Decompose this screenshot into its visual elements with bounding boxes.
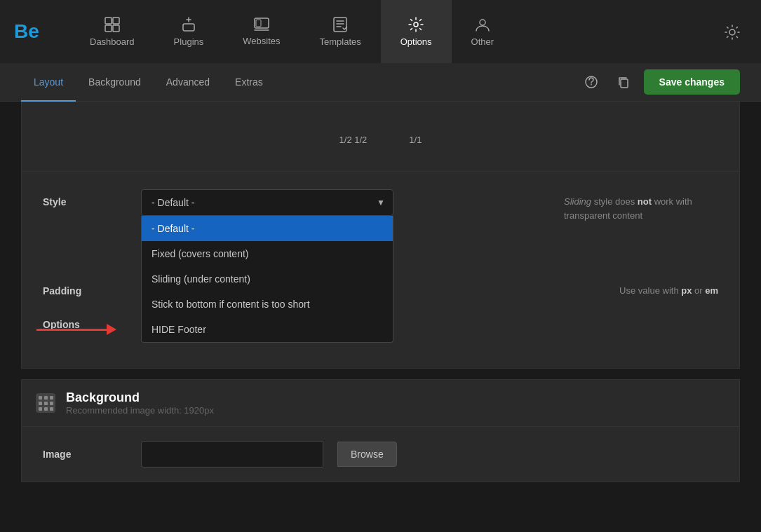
- svg-rect-5: [256, 20, 261, 27]
- padding-hint-bold1: px: [681, 285, 692, 296]
- columns-preview: 1/2 1/2 1/1: [21, 102, 740, 172]
- padding-label: Padding: [43, 278, 127, 296]
- svg-rect-2: [105, 25, 112, 32]
- nav-items: Dashboard Plugins Websites: [70, 0, 718, 63]
- tab-extras[interactable]: Extras: [222, 63, 276, 102]
- style-option-stick[interactable]: Stick to bottom if content is too short: [142, 292, 393, 317]
- style-field-row: Style - Default - ▼ - Default - Fixed: [43, 189, 718, 222]
- style-option-fixed[interactable]: Fixed (covers content): [142, 241, 393, 266]
- style-label: Style: [43, 189, 127, 207]
- templates-icon: [333, 16, 347, 32]
- sub-tabs-right: Save changes: [579, 69, 740, 95]
- col1-label: 1/2 1/2: [339, 135, 368, 145]
- options-icon: [408, 16, 424, 32]
- background-section: Background Recommended image width: 1920…: [21, 379, 740, 482]
- tab-background[interactable]: Background: [76, 63, 154, 102]
- image-label: Image: [43, 449, 127, 460]
- bg-title: Background: [66, 390, 214, 405]
- settings-icon[interactable]: [718, 15, 747, 48]
- bg-body: Image Browse: [22, 427, 739, 482]
- style-option-sliding[interactable]: Sliding (under content): [142, 266, 393, 292]
- style-hint-italic: Sliding: [564, 196, 591, 207]
- copy-button[interactable]: [612, 70, 635, 94]
- nav-item-plugins[interactable]: Plugins: [154, 0, 224, 63]
- svg-rect-0: [105, 18, 112, 24]
- top-nav: Be Dashboard Plugins: [0, 0, 761, 63]
- svg-point-8: [480, 20, 485, 25]
- save-changes-button[interactable]: Save changes: [644, 69, 740, 95]
- settings-section: Style - Default - ▼ - Default - Fixed: [21, 172, 740, 369]
- style-option-default[interactable]: - Default -: [142, 216, 393, 241]
- style-dropdown-wrapper: - Default - ▼ - Default - Fixed (covers …: [141, 189, 393, 216]
- svg-point-9: [729, 29, 735, 35]
- dashboard-icon: [105, 16, 120, 32]
- nav-item-other[interactable]: Other: [452, 0, 514, 63]
- other-icon: [475, 16, 490, 32]
- dropdown-arrow-icon: ▼: [377, 198, 385, 207]
- svg-rect-3: [113, 25, 119, 32]
- nav-label-dashboard: Dashboard: [90, 36, 135, 47]
- style-option-hide[interactable]: HIDE Footer: [142, 317, 393, 342]
- style-hint-text: style does: [591, 196, 638, 207]
- padding-hint-or: or: [692, 285, 705, 296]
- bg-subtitle: Recommended image width: 1920px: [66, 405, 214, 416]
- svg-rect-11: [621, 79, 628, 88]
- padding-hint-bold2: em: [705, 285, 718, 296]
- background-grid-icon: [36, 393, 55, 413]
- bg-title-group: Background Recommended image width: 1920…: [66, 390, 214, 416]
- nav-item-templates[interactable]: Templates: [299, 0, 380, 63]
- nav-label-other: Other: [471, 36, 494, 47]
- padding-hint: Use value with px or em: [619, 278, 718, 298]
- style-hint: Sliding style does not work with transpa…: [564, 189, 718, 222]
- tab-advanced[interactable]: Advanced: [154, 63, 222, 102]
- plugins-icon: [182, 16, 196, 32]
- main-content: 1/2 1/2 1/1 Style - Default - ▼ - Defaul…: [0, 102, 761, 532]
- browse-button[interactable]: Browse: [337, 442, 397, 467]
- websites-icon: [254, 17, 269, 32]
- nav-label-templates: Templates: [319, 36, 361, 47]
- svg-point-7: [414, 22, 418, 27]
- help-button[interactable]: [579, 70, 603, 94]
- brand-logo[interactable]: Be: [14, 20, 49, 43]
- arrow-head-icon: [107, 324, 116, 335]
- style-dropdown[interactable]: - Default - ▼: [141, 189, 393, 216]
- nav-item-websites[interactable]: Websites: [223, 0, 299, 63]
- nav-item-options[interactable]: Options: [381, 0, 452, 63]
- style-hint-bold: not: [638, 196, 652, 207]
- style-dropdown-menu: - Default - Fixed (covers content) Slidi…: [141, 216, 393, 343]
- tab-layout[interactable]: Layout: [21, 63, 76, 102]
- bg-header: Background Recommended image width: 1920…: [22, 380, 739, 427]
- nav-item-dashboard[interactable]: Dashboard: [70, 0, 154, 63]
- padding-hint-text: Use value with: [619, 285, 681, 296]
- svg-rect-1: [113, 18, 119, 24]
- style-selected-value: - Default -: [151, 197, 194, 208]
- sub-tabs: Layout Background Advanced Extras Save c…: [0, 63, 761, 102]
- col2-label: 1/1: [409, 135, 422, 145]
- nav-label-plugins: Plugins: [174, 36, 204, 47]
- nav-label-websites: Websites: [243, 36, 280, 46]
- red-arrow: [36, 324, 116, 335]
- image-input[interactable]: [141, 441, 323, 468]
- arrow-line: [36, 329, 107, 331]
- nav-label-options: Options: [400, 36, 432, 47]
- style-control: - Default - ▼ - Default - Fixed (covers …: [141, 189, 536, 216]
